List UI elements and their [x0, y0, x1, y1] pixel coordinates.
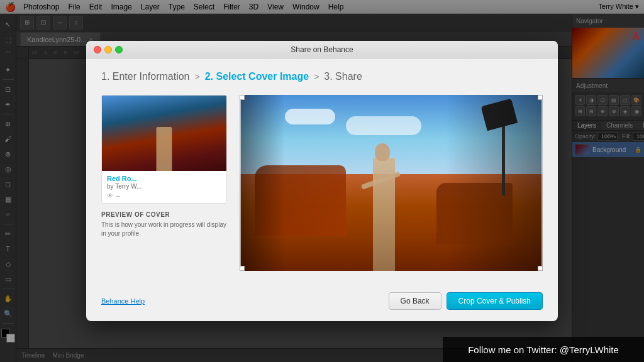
cover-image-bg: [240, 95, 543, 271]
step-indicator: 1. Enter Information > 2. Select Cover I…: [101, 71, 543, 82]
minimize-button[interactable]: [104, 46, 112, 53]
step2-label: 2. Select Cover Image: [205, 71, 309, 82]
stats-dashes: --: [116, 192, 120, 199]
traffic-lights: [94, 46, 123, 53]
dialog-body: 1. Enter Information > 2. Select Cover I…: [86, 58, 558, 283]
behance-dialog: Share on Behance 1. Enter Information > …: [86, 41, 558, 321]
crop-handle-tr[interactable]: [538, 95, 543, 100]
step-arrow-1: >: [195, 72, 200, 82]
dialog-content: Red Ro... by Terry W... 👁 -- PREVIEW OF …: [101, 95, 543, 271]
preview-title: Red Ro...: [107, 175, 221, 182]
step3-label: 3. Share: [324, 71, 362, 82]
left-preview: Red Ro... by Terry W... 👁 -- PREVIEW OF …: [101, 95, 227, 271]
behance-help-link[interactable]: Behance Help: [101, 297, 145, 305]
crop-line-right: [541, 95, 543, 271]
dialog-title: Share on Behance: [291, 45, 353, 54]
preview-stats: 👁 --: [107, 192, 221, 199]
preview-info: Red Ro... by Terry W... 👁 --: [102, 171, 226, 203]
fullscreen-button[interactable]: [115, 46, 123, 53]
preview-description: This is how your work in progress will d…: [101, 221, 227, 238]
crop-publish-button[interactable]: Crop Cover & Publish: [447, 292, 543, 310]
twitter-bar: Follow me on Twitter: @TerryLWhite: [443, 337, 644, 362]
twitter-text: Follow me on Twitter: @TerryLWhite: [468, 344, 619, 355]
dialog-overlay: Share on Behance 1. Enter Information > …: [0, 0, 644, 362]
crop-handle-br[interactable]: [538, 266, 543, 271]
crop-handle-tl[interactable]: [240, 95, 245, 100]
crop-line-left: [240, 95, 241, 271]
preview-of-cover-label: PREVIEW OF COVER: [101, 211, 227, 218]
footer-buttons: Go Back Crop Cover & Publish: [389, 292, 543, 310]
close-button[interactable]: [94, 46, 101, 53]
preview-card: Red Ro... by Terry W... 👁 --: [101, 95, 227, 204]
dialog-titlebar: Share on Behance: [86, 41, 558, 58]
preview-thumbnail: [102, 96, 226, 171]
cover-image-area[interactable]: [240, 95, 543, 271]
step-arrow-2: >: [314, 72, 319, 82]
step1-label: 1. Enter Information: [101, 71, 190, 82]
go-back-button[interactable]: Go Back: [389, 292, 441, 310]
crop-handle-bl[interactable]: [240, 266, 245, 271]
eye-icon: 👁: [107, 192, 113, 199]
dialog-footer: Behance Help Go Back Crop Cover & Publis…: [86, 283, 558, 321]
preview-author: by Terry W...: [107, 183, 221, 190]
